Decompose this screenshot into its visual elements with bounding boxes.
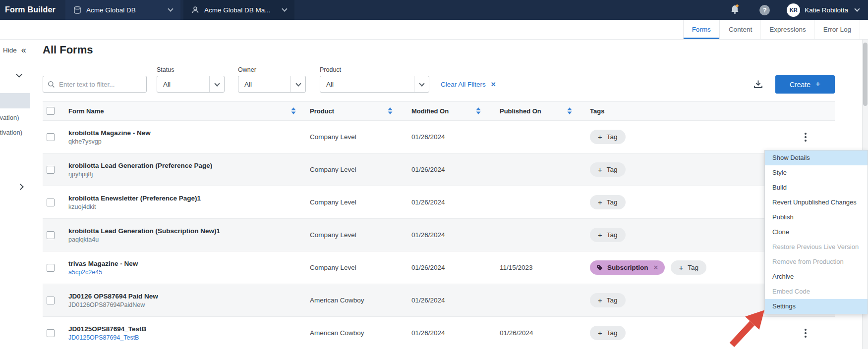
add-tag-button[interactable]: +Tag: [671, 260, 706, 275]
plus-icon: +: [679, 264, 683, 271]
table-row: krobilotta Lead Generation (Preference P…: [43, 153, 835, 186]
scrollbar-thumb[interactable]: [863, 43, 868, 106]
status-filter-label: Status: [157, 66, 174, 73]
column-header-tags: Tags: [590, 107, 604, 115]
menu-item-build[interactable]: Build: [765, 180, 868, 195]
product-filter-select[interactable]: All: [320, 76, 429, 93]
notifications-button[interactable]: [730, 4, 740, 16]
main-content: All Forms Status Owner Product All All A…: [30, 40, 868, 349]
module-tabs: Forms Content Expressions Error Log: [0, 20, 868, 40]
row-checkbox[interactable]: [47, 329, 55, 337]
sort-icon[interactable]: [476, 107, 481, 115]
menu-item-style[interactable]: Style: [765, 165, 868, 180]
form-id: paqlqkta4u: [68, 236, 99, 243]
status-filter-select[interactable]: All: [157, 76, 225, 93]
sidebar-item-highlighted[interactable]: [0, 93, 30, 108]
plus-icon: +: [598, 297, 602, 304]
row-checkbox[interactable]: [47, 264, 55, 272]
form-id: JD0126OPS87694PaidNew: [68, 301, 145, 308]
tab-expressions[interactable]: Expressions: [760, 20, 814, 39]
sort-icon[interactable]: [291, 107, 296, 115]
menu-item-show-details[interactable]: Show Details: [765, 150, 868, 165]
tab-forms[interactable]: Forms: [683, 20, 720, 39]
row-actions-kebab-icon[interactable]: [801, 130, 810, 144]
clear-all-filters-button[interactable]: Clear All Filters ✕: [441, 76, 496, 93]
menu-item-revert-unpublished-changes[interactable]: Revert Unpublished Changes: [765, 195, 868, 210]
chevron-down-icon: [282, 6, 287, 11]
product-value: Company Level: [310, 264, 356, 271]
row-actions-kebab-icon[interactable]: [801, 326, 810, 340]
add-tag-label: Tag: [607, 166, 618, 173]
table-row: trivas Magazine - New a5cp2c2e45 Company…: [43, 251, 835, 284]
add-tag-button[interactable]: +Tag: [590, 293, 626, 307]
table-header-row: Form Name Product Modified On Published …: [43, 101, 835, 121]
modified-on-value: 01/26/2024: [411, 264, 445, 271]
tag-icon: [596, 264, 603, 271]
screen: Form Builder Acme Global DB Acme Global …: [0, 0, 868, 349]
add-tag-button[interactable]: +Tag: [590, 130, 626, 144]
collapse-double-chevron-icon: «: [21, 46, 26, 54]
plus-icon: +: [815, 79, 820, 89]
tab-content[interactable]: Content: [720, 20, 760, 39]
add-tag-button[interactable]: +Tag: [590, 326, 626, 340]
row-actions-context-menu: Show Details Style Build Revert Unpublis…: [764, 150, 868, 314]
sidebar-item-clipped-1[interactable]: tivation): [0, 114, 31, 121]
form-id-link[interactable]: a5cp2c2e45: [68, 269, 102, 276]
row-checkbox[interactable]: [47, 231, 55, 239]
audience-selector-label: Acme Global DB Ma...: [204, 6, 278, 14]
product-value: American Cowboy: [310, 329, 364, 337]
add-tag-label: Tag: [688, 264, 698, 271]
form-name: krobilotta Magazine - New: [68, 129, 151, 137]
row-checkbox[interactable]: [47, 133, 55, 141]
row-checkbox[interactable]: [47, 166, 55, 174]
table-row: krobilotta Lead Generation (Subscription…: [43, 219, 835, 251]
database-selector[interactable]: Acme Global DB: [65, 0, 180, 20]
chevron-down-icon: [414, 76, 429, 92]
remove-tag-icon[interactable]: ✕: [653, 264, 659, 271]
tab-forms-label: Forms: [692, 26, 711, 33]
sidebar-chevron-right-icon[interactable]: [16, 183, 25, 191]
menu-item-settings[interactable]: Settings: [765, 299, 868, 314]
sidebar-chevron-down-icon[interactable]: [15, 70, 23, 79]
product-filter-label: Product: [320, 66, 341, 73]
search-icon: [48, 81, 55, 88]
row-checkbox[interactable]: [47, 199, 55, 206]
create-button-label: Create: [790, 81, 810, 89]
table-row: krobilotta Enewsletter (Preference Page)…: [43, 186, 835, 219]
sort-icon[interactable]: [567, 107, 572, 115]
help-icon[interactable]: ?: [759, 5, 770, 15]
add-tag-button[interactable]: +Tag: [590, 162, 626, 177]
search-input[interactable]: [43, 76, 147, 93]
sidebar-item-clipped-2[interactable]: ctivation): [0, 129, 31, 136]
plus-icon: +: [598, 329, 602, 337]
menu-item-publish[interactable]: Publish: [765, 210, 868, 225]
tab-error-log-label: Error Log: [823, 26, 851, 33]
menu-item-remove-from-production: Remove from Production: [765, 254, 868, 269]
menu-item-archive[interactable]: Archive: [765, 269, 868, 284]
owner-filter-select[interactable]: All: [238, 76, 306, 93]
sort-icon[interactable]: [388, 107, 393, 115]
tag-chip-subscription[interactable]: Subscription ✕: [590, 260, 665, 275]
add-tag-button[interactable]: +Tag: [590, 195, 626, 209]
user-menu-chevron-icon[interactable]: [854, 6, 860, 11]
modified-on-value: 01/26/2024: [411, 133, 445, 141]
form-name: JD0126 OPS87694 Paid New: [68, 293, 158, 300]
add-tag-button[interactable]: +Tag: [590, 228, 626, 242]
form-id-link[interactable]: JD0125OPS87694_TestB: [68, 334, 139, 341]
product-value: Company Level: [310, 199, 356, 206]
form-name: JD0125OPS87694_TestB: [68, 325, 146, 333]
hide-sidebar-button[interactable]: Hide «: [3, 46, 26, 54]
user-name: Katie Robilotta: [805, 6, 848, 14]
modified-on-value: 01/26/2024: [411, 166, 445, 173]
audience-selector[interactable]: Acme Global DB Ma...: [183, 0, 294, 20]
product-value: Company Level: [310, 166, 356, 173]
create-button[interactable]: Create +: [775, 75, 835, 94]
menu-item-clone[interactable]: Clone: [765, 225, 868, 240]
tab-error-log[interactable]: Error Log: [814, 20, 860, 39]
row-checkbox[interactable]: [47, 297, 55, 304]
export-download-button[interactable]: [753, 79, 763, 91]
avatar[interactable]: KR: [787, 3, 800, 17]
select-all-checkbox[interactable]: [47, 107, 55, 115]
form-id: kzuoj4dkit: [68, 203, 96, 210]
hide-label: Hide: [3, 47, 17, 54]
